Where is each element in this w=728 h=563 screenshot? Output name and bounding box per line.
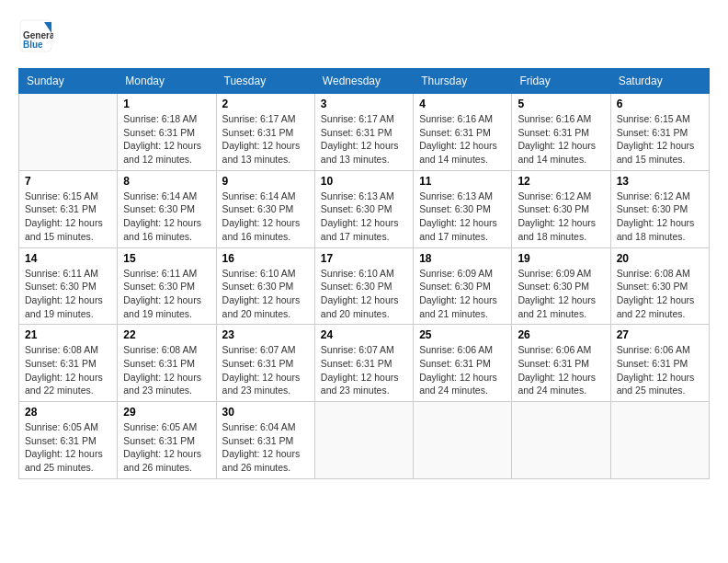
calendar-week-4: 21Sunrise: 6:08 AM Sunset: 6:31 PM Dayli…: [19, 325, 710, 402]
day-info: Sunrise: 6:05 AM Sunset: 6:31 PM Dayligh…: [25, 420, 111, 475]
day-info: Sunrise: 6:09 AM Sunset: 6:30 PM Dayligh…: [419, 267, 506, 321]
calendar-cell: 26Sunrise: 6:06 AM Sunset: 6:31 PM Dayli…: [512, 325, 610, 402]
day-info: Sunrise: 6:10 AM Sunset: 6:30 PM Dayligh…: [321, 267, 407, 321]
day-info: Sunrise: 6:06 AM Sunset: 6:31 PM Dayligh…: [419, 343, 506, 397]
generalblue-logo-icon: General Blue: [18, 18, 53, 53]
calendar-cell: 5Sunrise: 6:16 AM Sunset: 6:31 PM Daylig…: [512, 94, 610, 171]
day-info: Sunrise: 6:17 AM Sunset: 6:31 PM Dayligh…: [321, 112, 407, 167]
day-info: Sunrise: 6:06 AM Sunset: 6:31 PM Dayligh…: [617, 343, 703, 397]
day-info: Sunrise: 6:14 AM Sunset: 6:30 PM Dayligh…: [222, 190, 309, 244]
calendar-week-5: 28Sunrise: 6:05 AM Sunset: 6:31 PM Dayli…: [19, 402, 710, 479]
calendar-cell: 4Sunrise: 6:16 AM Sunset: 6:31 PM Daylig…: [414, 94, 512, 171]
day-number: 25: [419, 328, 506, 341]
calendar-cell: 12Sunrise: 6:12 AM Sunset: 6:30 PM Dayli…: [512, 170, 610, 247]
calendar-body: 1Sunrise: 6:18 AM Sunset: 6:31 PM Daylig…: [19, 94, 710, 479]
day-info: Sunrise: 6:08 AM Sunset: 6:30 PM Dayligh…: [617, 267, 703, 321]
day-number: 6: [617, 98, 703, 110]
day-info: Sunrise: 6:07 AM Sunset: 6:31 PM Dayligh…: [321, 343, 407, 397]
calendar-week-1: 1Sunrise: 6:18 AM Sunset: 6:31 PM Daylig…: [19, 94, 710, 171]
calendar-header-wednesday: Wednesday: [314, 69, 413, 94]
calendar-cell: 28Sunrise: 6:05 AM Sunset: 6:31 PM Dayli…: [19, 402, 118, 479]
calendar-cell: 9Sunrise: 6:14 AM Sunset: 6:30 PM Daylig…: [216, 170, 314, 247]
day-number: 27: [617, 328, 703, 341]
calendar-cell: 7Sunrise: 6:15 AM Sunset: 6:31 PM Daylig…: [19, 170, 118, 247]
calendar-week-2: 7Sunrise: 6:15 AM Sunset: 6:31 PM Daylig…: [19, 170, 710, 247]
day-number: 3: [321, 98, 407, 110]
day-info: Sunrise: 6:18 AM Sunset: 6:31 PM Dayligh…: [123, 112, 210, 167]
day-info: Sunrise: 6:05 AM Sunset: 6:31 PM Dayligh…: [123, 420, 210, 475]
calendar-cell: 23Sunrise: 6:07 AM Sunset: 6:31 PM Dayli…: [216, 325, 314, 402]
day-number: 5: [518, 98, 604, 110]
day-number: 1: [123, 98, 210, 110]
day-info: Sunrise: 6:04 AM Sunset: 6:31 PM Dayligh…: [222, 420, 309, 475]
calendar-cell: [19, 94, 118, 171]
calendar-cell: 24Sunrise: 6:07 AM Sunset: 6:31 PM Dayli…: [314, 325, 413, 402]
day-number: 19: [518, 252, 604, 265]
day-info: Sunrise: 6:08 AM Sunset: 6:31 PM Dayligh…: [123, 343, 210, 397]
calendar-cell: 14Sunrise: 6:11 AM Sunset: 6:30 PM Dayli…: [19, 247, 118, 325]
day-number: 30: [222, 406, 309, 419]
day-info: Sunrise: 6:11 AM Sunset: 6:30 PM Dayligh…: [25, 267, 111, 321]
calendar-header-saturday: Saturday: [610, 69, 709, 94]
calendar-cell: 17Sunrise: 6:10 AM Sunset: 6:30 PM Dayli…: [314, 247, 413, 325]
day-number: 9: [222, 175, 309, 188]
day-number: 26: [518, 328, 604, 341]
day-info: Sunrise: 6:15 AM Sunset: 6:31 PM Dayligh…: [25, 190, 111, 244]
day-number: 8: [123, 175, 210, 188]
day-number: 28: [25, 406, 111, 419]
calendar-cell: 18Sunrise: 6:09 AM Sunset: 6:30 PM Dayli…: [414, 247, 512, 325]
calendar-cell: [414, 402, 512, 479]
day-info: Sunrise: 6:11 AM Sunset: 6:30 PM Dayligh…: [123, 267, 210, 321]
calendar-header-row: SundayMondayTuesdayWednesdayThursdayFrid…: [19, 69, 710, 94]
day-number: 24: [321, 328, 407, 341]
calendar-cell: 25Sunrise: 6:06 AM Sunset: 6:31 PM Dayli…: [414, 325, 512, 402]
day-info: Sunrise: 6:15 AM Sunset: 6:31 PM Dayligh…: [617, 112, 703, 167]
day-info: Sunrise: 6:12 AM Sunset: 6:30 PM Dayligh…: [518, 190, 604, 244]
calendar-cell: 20Sunrise: 6:08 AM Sunset: 6:30 PM Dayli…: [610, 247, 709, 325]
calendar-cell: 1Sunrise: 6:18 AM Sunset: 6:31 PM Daylig…: [118, 94, 216, 171]
day-number: 12: [518, 175, 604, 188]
calendar-cell: 21Sunrise: 6:08 AM Sunset: 6:31 PM Dayli…: [19, 325, 118, 402]
svg-text:Blue: Blue: [23, 40, 43, 50]
day-info: Sunrise: 6:08 AM Sunset: 6:31 PM Dayligh…: [25, 343, 111, 397]
calendar-week-3: 14Sunrise: 6:11 AM Sunset: 6:30 PM Dayli…: [19, 247, 710, 325]
day-number: 10: [321, 175, 407, 188]
calendar-cell: 27Sunrise: 6:06 AM Sunset: 6:31 PM Dayli…: [610, 325, 709, 402]
calendar-header-sunday: Sunday: [19, 69, 118, 94]
day-number: 20: [617, 252, 703, 265]
calendar-cell: 3Sunrise: 6:17 AM Sunset: 6:31 PM Daylig…: [314, 94, 413, 171]
day-number: 22: [123, 328, 210, 341]
day-info: Sunrise: 6:16 AM Sunset: 6:31 PM Dayligh…: [419, 112, 506, 167]
calendar-cell: 22Sunrise: 6:08 AM Sunset: 6:31 PM Dayli…: [118, 325, 216, 402]
calendar-cell: [314, 402, 413, 479]
calendar-cell: 6Sunrise: 6:15 AM Sunset: 6:31 PM Daylig…: [610, 94, 709, 171]
day-number: 16: [222, 252, 309, 265]
logo: General Blue: [18, 18, 53, 53]
logo-container: General Blue: [18, 18, 53, 53]
calendar-cell: 16Sunrise: 6:10 AM Sunset: 6:30 PM Dayli…: [216, 247, 314, 325]
calendar-cell: 8Sunrise: 6:14 AM Sunset: 6:30 PM Daylig…: [118, 170, 216, 247]
day-number: 7: [25, 175, 111, 188]
day-info: Sunrise: 6:17 AM Sunset: 6:31 PM Dayligh…: [222, 112, 309, 167]
day-number: 4: [419, 98, 506, 110]
day-info: Sunrise: 6:16 AM Sunset: 6:31 PM Dayligh…: [518, 112, 604, 167]
calendar-cell: 19Sunrise: 6:09 AM Sunset: 6:30 PM Dayli…: [512, 247, 610, 325]
calendar-table: SundayMondayTuesdayWednesdayThursdayFrid…: [18, 68, 710, 479]
day-number: 11: [419, 175, 506, 188]
calendar-cell: 30Sunrise: 6:04 AM Sunset: 6:31 PM Dayli…: [216, 402, 314, 479]
day-number: 15: [123, 252, 210, 265]
calendar-header-thursday: Thursday: [414, 69, 512, 94]
day-info: Sunrise: 6:12 AM Sunset: 6:30 PM Dayligh…: [617, 190, 703, 244]
day-info: Sunrise: 6:13 AM Sunset: 6:30 PM Dayligh…: [419, 190, 506, 244]
day-number: 23: [222, 328, 309, 341]
calendar-header-friday: Friday: [512, 69, 610, 94]
day-info: Sunrise: 6:14 AM Sunset: 6:30 PM Dayligh…: [123, 190, 210, 244]
calendar-cell: 29Sunrise: 6:05 AM Sunset: 6:31 PM Dayli…: [118, 402, 216, 479]
calendar-cell: 15Sunrise: 6:11 AM Sunset: 6:30 PM Dayli…: [118, 247, 216, 325]
calendar-cell: [610, 402, 709, 479]
day-number: 18: [419, 252, 506, 265]
day-info: Sunrise: 6:09 AM Sunset: 6:30 PM Dayligh…: [518, 267, 604, 321]
day-number: 29: [123, 406, 210, 419]
page-header: General Blue: [18, 18, 710, 53]
day-info: Sunrise: 6:07 AM Sunset: 6:31 PM Dayligh…: [222, 343, 309, 397]
